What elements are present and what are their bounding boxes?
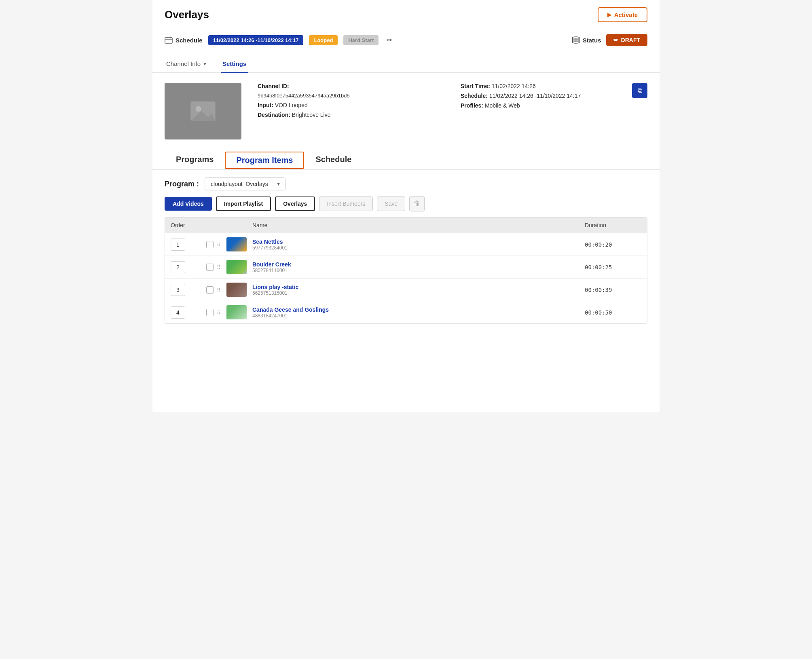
channel-tabs-row: Channel Info ▼ Settings bbox=[152, 55, 660, 73]
tab-channel-info[interactable]: Channel Info ▼ bbox=[165, 55, 209, 73]
channel-meta: Start Time: 11/02/2022 14:26 Schedule: 1… bbox=[461, 83, 647, 112]
trash-icon: 🗑 bbox=[414, 200, 421, 208]
tab-programs[interactable]: Programs bbox=[165, 151, 225, 169]
drag-handle[interactable]: ⠿ bbox=[217, 287, 220, 293]
program-selector-label: Program : bbox=[165, 180, 199, 188]
table-row: 4 ⠿ Canada Geese and Goslings 4883184247… bbox=[165, 301, 647, 323]
table-row: 1 ⠿ Sea Nettles 5977793284001 00:00:20 bbox=[165, 233, 647, 256]
page-title: Overlays bbox=[165, 8, 209, 21]
video-info: Sea Nettles 5977793284001 bbox=[252, 239, 585, 251]
video-name[interactable]: Canada Geese and Goslings bbox=[252, 306, 585, 313]
program-dropdown-wrapper[interactable]: cloudplayout_Overlays bbox=[205, 177, 285, 190]
schedule-bar: Schedule 11/02/2022 14:26 -11/10/2022 14… bbox=[152, 28, 660, 52]
svg-rect-0 bbox=[165, 38, 172, 43]
channel-thumbnail bbox=[165, 83, 241, 139]
edit-icon: ✏ bbox=[613, 37, 618, 43]
video-info: Boulder Creek 5802784116001 bbox=[252, 261, 585, 273]
program-items-table: Order Name Duration 1 ⠿ Sea Nettles 5977… bbox=[165, 217, 647, 324]
row-checkbox[interactable] bbox=[206, 241, 214, 248]
top-header: Overlays ▶ Activate bbox=[152, 0, 660, 28]
order-badge: 2 bbox=[171, 261, 185, 273]
channel-id-row: Channel ID: bbox=[258, 83, 444, 89]
drag-handle[interactable]: ⠿ bbox=[217, 242, 220, 248]
video-info: Canada Geese and Goslings 4883184247001 bbox=[252, 306, 585, 319]
status-label: Status bbox=[572, 36, 601, 44]
video-thumbnail bbox=[226, 283, 247, 297]
video-thumbnail bbox=[226, 237, 247, 251]
profiles-row: Profiles: Mobile & Web bbox=[461, 102, 647, 109]
table-row: 3 ⠿ Lions play -static 5625751316001 00:… bbox=[165, 279, 647, 301]
row-checkbox[interactable] bbox=[206, 286, 214, 294]
table-body: 1 ⠿ Sea Nettles 5977793284001 00:00:20 2… bbox=[165, 233, 647, 323]
import-playlist-button[interactable]: Import Playlist bbox=[216, 196, 271, 211]
tab-schedule-label: Schedule bbox=[315, 155, 351, 164]
channel-info-section: Channel ID: 9b94b8f0e75442a59354794aa29b… bbox=[152, 73, 660, 139]
activate-button[interactable]: ▶ Activate bbox=[598, 7, 647, 22]
delete-button[interactable]: 🗑 bbox=[409, 196, 425, 211]
video-duration: 00:00:50 bbox=[585, 309, 612, 316]
col-header-duration: Duration bbox=[585, 222, 641, 228]
video-duration: 00:00:39 bbox=[585, 287, 612, 293]
svg-point-8 bbox=[196, 106, 201, 112]
tab-settings-label: Settings bbox=[222, 60, 246, 67]
channel-id-value: 9b94b8f0e75442a59354794aa29b1bd5 bbox=[258, 93, 444, 99]
calendar-icon bbox=[165, 36, 173, 44]
hard-start-badge: Hard Start bbox=[343, 35, 379, 45]
drag-handle[interactable]: ⠿ bbox=[217, 264, 220, 270]
video-thumbnail bbox=[226, 260, 247, 274]
video-info: Lions play -static 5625751316001 bbox=[252, 284, 585, 296]
video-id: 5977793284001 bbox=[252, 245, 585, 251]
schedule-icon-label: Schedule bbox=[165, 36, 203, 44]
tab-channel-info-label: Channel Info bbox=[166, 60, 201, 67]
draft-badge: ✏ DRAFT bbox=[606, 34, 647, 46]
order-badge: 3 bbox=[171, 284, 185, 296]
video-name[interactable]: Sea Nettles bbox=[252, 239, 585, 245]
video-name[interactable]: Boulder Creek bbox=[252, 261, 585, 268]
looped-badge: Looped bbox=[309, 35, 338, 45]
col-header-order: Order bbox=[171, 222, 203, 228]
program-tabs-row: Programs Program Items Schedule bbox=[152, 144, 660, 170]
tab-schedule[interactable]: Schedule bbox=[304, 151, 363, 169]
add-videos-button[interactable]: Add Videos bbox=[165, 197, 212, 211]
tab-program-items[interactable]: Program Items bbox=[225, 152, 304, 169]
drag-handle[interactable]: ⠿ bbox=[217, 310, 220, 316]
tab-programs-label: Programs bbox=[176, 155, 214, 164]
chevron-down-icon: ▼ bbox=[203, 61, 207, 66]
video-id: 5625751316001 bbox=[252, 290, 585, 296]
channel-details: Channel ID: 9b94b8f0e75442a59354794aa29b… bbox=[258, 83, 444, 121]
video-name[interactable]: Lions play -static bbox=[252, 284, 585, 290]
channel-edit-button[interactable]: ⧉ bbox=[632, 83, 647, 98]
schedule-row: Schedule: 11/02/2022 14:26 -11/10/2022 1… bbox=[461, 93, 647, 99]
video-duration: 00:00:25 bbox=[585, 264, 612, 270]
table-header: Order Name Duration bbox=[165, 218, 647, 233]
video-thumbnail bbox=[226, 305, 247, 319]
table-row: 2 ⠿ Boulder Creek 5802784116001 00:00:25 bbox=[165, 256, 647, 279]
insert-bumpers-button: Insert Bumpers bbox=[319, 196, 373, 211]
layers-icon bbox=[572, 36, 580, 44]
col-header-name: Name bbox=[252, 222, 585, 228]
video-id: 5802784116001 bbox=[252, 268, 585, 273]
overlays-button[interactable]: Overlays bbox=[275, 196, 315, 211]
external-link-icon: ⧉ bbox=[638, 87, 642, 94]
activate-label: Activate bbox=[614, 11, 638, 18]
video-id: 4883184247001 bbox=[252, 313, 585, 319]
order-badge: 4 bbox=[171, 306, 185, 319]
row-checkbox[interactable] bbox=[206, 264, 214, 271]
order-badge: 1 bbox=[171, 239, 185, 251]
schedule-right: Status ✏ DRAFT bbox=[572, 34, 647, 46]
schedule-range-badge: 11/02/2022 14:26 -11/10/2022 14:17 bbox=[208, 35, 304, 45]
tab-settings[interactable]: Settings bbox=[221, 55, 248, 73]
video-duration: 00:00:20 bbox=[585, 241, 612, 248]
input-row: Input: VOD Looped bbox=[258, 102, 444, 108]
schedule-edit-button[interactable]: ✏ bbox=[384, 35, 395, 45]
toolbar-row: Add Videos Import Playlist Overlays Inse… bbox=[152, 196, 660, 217]
save-button: Save bbox=[377, 196, 405, 211]
program-dropdown[interactable]: cloudplayout_Overlays bbox=[205, 177, 285, 190]
destination-row: Destination: Brightcove Live bbox=[258, 112, 444, 118]
start-time-row: Start Time: 11/02/2022 14:26 bbox=[461, 83, 647, 89]
program-selector-row: Program : cloudplayout_Overlays bbox=[152, 170, 660, 196]
play-icon: ▶ bbox=[607, 12, 611, 18]
row-checkbox[interactable] bbox=[206, 309, 214, 316]
tab-program-items-label: Program Items bbox=[236, 156, 293, 165]
